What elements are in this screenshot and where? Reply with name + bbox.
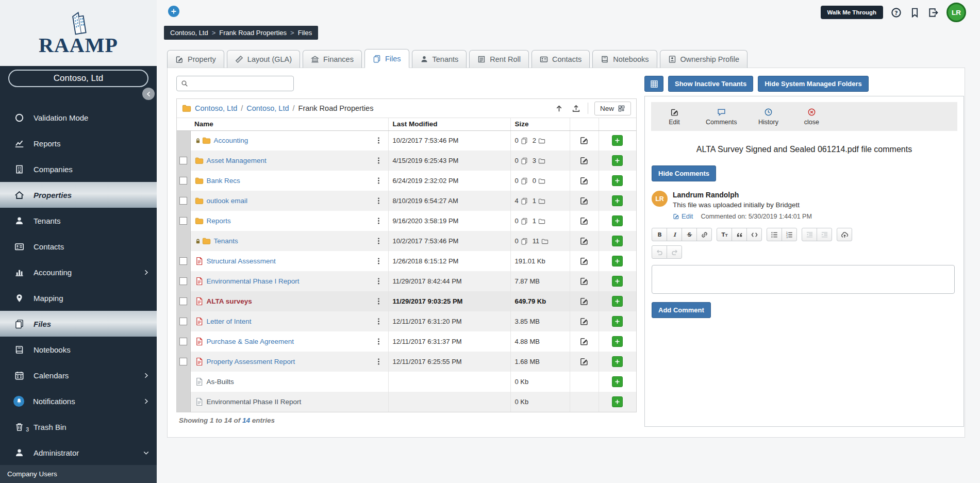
file-name-link[interactable]: Reports xyxy=(207,217,231,225)
add-row-button[interactable] xyxy=(612,376,623,387)
file-name-link[interactable]: Structural Assessment xyxy=(207,257,276,265)
redo-button[interactable] xyxy=(667,245,682,259)
add-new-button[interactable] xyxy=(168,6,179,17)
file-name[interactable]: Environmental Phase II Report xyxy=(207,398,302,406)
numbered-list-button[interactable] xyxy=(782,228,797,241)
tab-notebooks[interactable]: Notebooks xyxy=(592,50,657,68)
sidebar-item-validation-mode[interactable]: Validation Mode xyxy=(0,105,157,130)
file-name-link[interactable]: Property Assessment Report xyxy=(207,358,295,365)
sidebar-item-notifications[interactable]: Notifications xyxy=(0,388,157,414)
file-name-link[interactable]: Purchase & Sale Agreement xyxy=(207,338,294,345)
add-row-button[interactable] xyxy=(612,236,623,246)
sign-out-icon[interactable] xyxy=(928,7,939,18)
comment-edit-link[interactable]: Edit xyxy=(673,212,693,220)
row-checkbox[interactable] xyxy=(179,297,187,305)
tab-layout-gla[interactable]: Layout (GLA) xyxy=(227,50,300,68)
history-action[interactable]: History xyxy=(756,108,780,126)
sidebar-item-accounting[interactable]: Accounting xyxy=(0,259,157,285)
file-name-link[interactable]: Tenants xyxy=(214,237,238,245)
sidebar-item-notebooks[interactable]: Notebooks xyxy=(0,337,157,362)
undo-button[interactable] xyxy=(652,245,667,259)
edit-row-button[interactable] xyxy=(578,235,590,246)
sidebar-item-companies[interactable]: Companies xyxy=(0,156,157,182)
tab-rent-roll[interactable]: Rent Roll xyxy=(469,50,529,68)
sidebar-item-calendars[interactable]: Calendars xyxy=(0,362,157,388)
sidebar-item-properties[interactable]: Properties xyxy=(0,182,157,208)
file-name[interactable]: As-Builts xyxy=(207,378,234,386)
tab-ownership-profile[interactable]: Ownership Profile xyxy=(660,50,748,68)
indent-button[interactable] xyxy=(817,228,832,241)
add-row-button[interactable] xyxy=(612,175,623,186)
edit-row-button[interactable] xyxy=(578,295,590,307)
add-row-button[interactable] xyxy=(612,135,623,146)
company-users-link[interactable]: Company Users xyxy=(0,465,157,483)
add-row-button[interactable] xyxy=(612,396,623,407)
bold-button[interactable] xyxy=(652,228,667,241)
show-inactive-tenants-button[interactable]: Show Inactive Tenants xyxy=(668,76,753,92)
edit-row-button[interactable] xyxy=(578,195,590,206)
file-name-link[interactable]: Environmental Phase I Report xyxy=(207,277,300,285)
edit-row-button[interactable] xyxy=(578,255,590,267)
row-menu-kebab-icon[interactable] xyxy=(374,196,384,206)
sidebar-item-reports[interactable]: Reports xyxy=(0,130,157,156)
column-header-size[interactable]: Size xyxy=(510,118,570,130)
file-name-link[interactable]: Asset Management xyxy=(207,157,267,164)
path-link[interactable]: Contoso, Ltd xyxy=(246,104,289,112)
breadcrumb-segment[interactable]: Contoso, Ltd xyxy=(170,29,208,37)
outdent-button[interactable] xyxy=(802,228,817,241)
add-row-button[interactable] xyxy=(612,276,623,287)
row-checkbox[interactable] xyxy=(179,338,187,345)
edit-row-button[interactable] xyxy=(578,336,590,347)
row-checkbox[interactable] xyxy=(179,318,187,325)
file-name-link[interactable]: ALTA surveys xyxy=(207,297,252,305)
add-row-button[interactable] xyxy=(612,195,623,206)
font-size-button[interactable] xyxy=(717,228,732,241)
breadcrumb-segment[interactable]: Files xyxy=(298,29,312,37)
italic-button[interactable] xyxy=(667,228,682,241)
tab-finances[interactable]: Finances xyxy=(303,50,362,68)
row-menu-kebab-icon[interactable] xyxy=(374,357,384,367)
add-comment-button[interactable]: Add Comment xyxy=(652,302,711,318)
code-button[interactable] xyxy=(746,228,762,241)
add-row-button[interactable] xyxy=(612,356,623,367)
new-button[interactable]: New xyxy=(594,102,631,115)
edit-row-button[interactable] xyxy=(578,155,590,166)
edit-row-button[interactable] xyxy=(578,356,590,367)
edit-action[interactable]: Edit xyxy=(662,108,686,126)
upload-attachment-button[interactable] xyxy=(837,228,852,241)
row-menu-kebab-icon[interactable] xyxy=(374,276,384,286)
row-menu-kebab-icon[interactable] xyxy=(374,337,384,346)
row-menu-kebab-icon[interactable] xyxy=(374,317,384,326)
row-menu-kebab-icon[interactable] xyxy=(374,256,384,266)
row-checkbox[interactable] xyxy=(179,197,187,205)
add-row-button[interactable] xyxy=(612,256,623,267)
column-header-modified[interactable]: Last Modified xyxy=(388,118,510,130)
column-header-name[interactable]: Name xyxy=(190,118,370,130)
tab-property[interactable]: Property xyxy=(167,50,224,68)
comments-action[interactable]: Comments xyxy=(706,108,737,126)
edit-row-button[interactable] xyxy=(578,135,590,146)
file-name-link[interactable]: Letter of Intent xyxy=(207,318,252,325)
upload-button[interactable] xyxy=(571,103,582,114)
row-menu-kebab-icon[interactable] xyxy=(374,136,384,145)
add-row-button[interactable] xyxy=(612,215,623,226)
help-icon[interactable] xyxy=(891,7,902,18)
path-link[interactable]: Contoso, Ltd xyxy=(195,104,237,112)
edit-row-button[interactable] xyxy=(578,215,590,226)
tab-tenants[interactable]: Tenants xyxy=(412,50,467,68)
sidebar-item-tenants[interactable]: Tenants xyxy=(0,208,157,234)
add-row-button[interactable] xyxy=(612,155,623,166)
file-name-link[interactable]: outlook email xyxy=(207,197,248,205)
sidebar-item-administrator[interactable]: Administrator xyxy=(0,440,157,465)
sidebar-collapse-button[interactable] xyxy=(142,88,155,100)
company-pill[interactable]: Contoso, Ltd xyxy=(8,70,148,87)
sidebar-item-mapping[interactable]: Mapping xyxy=(0,285,157,311)
file-name-link[interactable]: Bank Recs xyxy=(207,177,240,185)
row-checkbox[interactable] xyxy=(179,177,187,185)
add-row-button[interactable] xyxy=(612,316,623,327)
row-checkbox[interactable] xyxy=(179,157,187,164)
row-checkbox[interactable] xyxy=(179,358,187,365)
bookmark-icon[interactable] xyxy=(909,7,920,18)
row-menu-kebab-icon[interactable] xyxy=(374,156,384,165)
file-name-link[interactable]: Accounting xyxy=(214,137,248,144)
